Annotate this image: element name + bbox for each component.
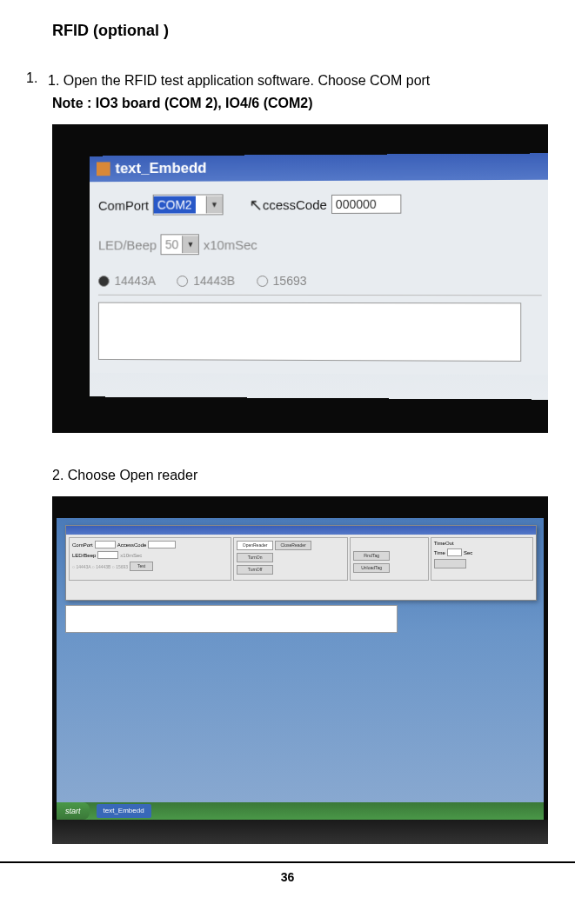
accesscode-input[interactable]: 000000 [331, 195, 401, 214]
sec-label: Sec [464, 550, 472, 555]
cursor-icon: ↖ [249, 195, 263, 215]
screenshot-2: ComPort AccessCode LED/Beep x10mSec ○ 14… [52, 496, 548, 844]
close-reader-button[interactable]: CloseReader [275, 541, 311, 550]
accesscode-label: AccessCode [117, 542, 147, 548]
taskbar: start text_Embedd [57, 802, 544, 820]
turnon-button[interactable]: TurnOn [237, 553, 273, 562]
radio-icon [98, 276, 110, 287]
ledbeep-combo[interactable]: 50 ▼ [161, 234, 199, 255]
dropdown-icon[interactable]: ▼ [182, 236, 198, 253]
screenshot-1: text_Embedd ComPort COM2 ▼ ↖ ccessCode 0… [52, 124, 548, 433]
test-button[interactable]: Test [130, 562, 153, 571]
radio-14443a[interactable]: 14443A [98, 274, 156, 288]
ledbeep-label: LED/Beep [98, 237, 157, 252]
step-1-text: 1. Open the RFID test application softwa… [48, 70, 430, 91]
dropdown-icon[interactable]: ▼ [205, 196, 222, 213]
radio-icon [177, 276, 189, 287]
desktop: ComPort AccessCode LED/Beep x10mSec ○ 14… [57, 518, 544, 802]
findtag-button[interactable]: FindTag [353, 551, 390, 561]
comport-label: ComPort [72, 542, 93, 548]
turnoff-button[interactable]: TurnOff [237, 565, 273, 575]
accesscode-input[interactable] [148, 541, 176, 548]
radio-15693[interactable]: 15693 [257, 274, 307, 288]
step-2-text: 2. Choose Open reader [52, 468, 549, 483]
radio-group[interactable]: ○ 14443A ○ 14443B ○ 15693 [72, 564, 128, 569]
radio-icon [257, 276, 268, 287]
ledbeep-unit: x10mSec [204, 237, 257, 252]
output-textarea[interactable] [98, 302, 521, 362]
panel-left: ComPort AccessCode LED/Beep x10mSec ○ 14… [69, 537, 231, 581]
panel-mid: OpenReader CloseReader TurnOn TurnOff [233, 537, 348, 581]
ledbeep-label: LED/Beep [72, 553, 96, 558]
app-icon [97, 162, 110, 176]
comport-combo[interactable] [95, 541, 116, 548]
radio-label: 15693 [273, 274, 307, 288]
unloadtag-button[interactable]: UnloadTag [353, 563, 390, 573]
page-number: 36 [0, 863, 575, 897]
window-titlebar: text_Embedd [90, 153, 548, 182]
window-titlebar [66, 526, 536, 535]
timeout-label: TimeOut [434, 541, 454, 546]
taskbar-item[interactable]: text_Embedd [97, 804, 151, 818]
step-1-item: 1. 1. Open the RFID test application sof… [26, 70, 549, 91]
app-window: ComPort AccessCode LED/Beep x10mSec ○ 14… [65, 525, 537, 601]
section-title: RFID (optional ) [52, 22, 549, 40]
comport-combo[interactable]: COM2 ▼ [153, 194, 223, 215]
window-title: text_Embedd [116, 160, 207, 177]
radio-label: 14443A [115, 274, 156, 288]
radio-14443b[interactable]: 14443B [177, 274, 235, 288]
start-button[interactable]: start [57, 802, 90, 820]
time-label: Time [434, 550, 445, 555]
comport-value: COM2 [154, 196, 196, 214]
radio-label: 14443B [193, 274, 235, 288]
ledbeep-value: 50 [162, 236, 182, 253]
output-listbox[interactable] [65, 605, 398, 633]
ledbeep-input[interactable] [97, 551, 118, 559]
panel-mid2: FindTag UnloadTag [350, 537, 429, 581]
accesscode-label: ccessCode [263, 196, 327, 211]
action-button[interactable] [434, 559, 466, 568]
time-input[interactable] [447, 548, 462, 556]
comport-label: ComPort [98, 197, 149, 212]
laptop-frame [52, 820, 548, 844]
step-1-number: 1. [26, 70, 48, 91]
step-1-note: Note : IO3 board (COM 2), IO4/6 (COM2) [52, 96, 549, 111]
open-reader-button[interactable]: OpenReader [237, 541, 273, 550]
panel-right: TimeOut Time Sec [431, 537, 533, 581]
